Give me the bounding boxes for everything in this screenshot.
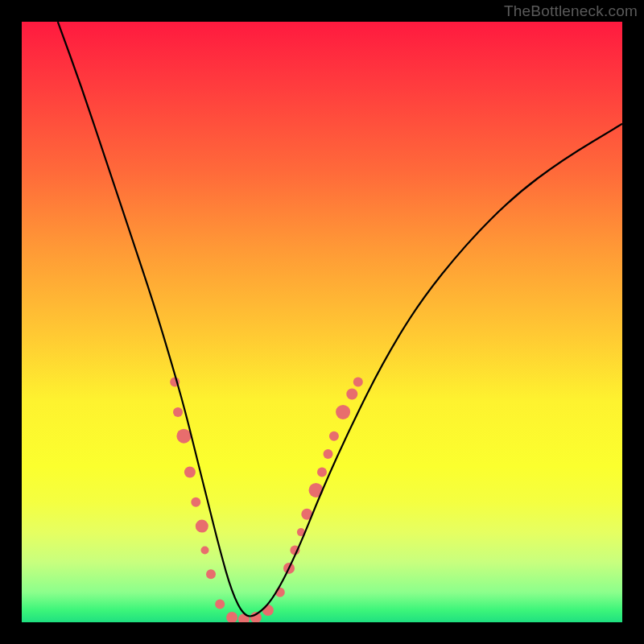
marker-point	[317, 468, 327, 477]
marker-point	[346, 389, 357, 400]
marker-point	[201, 547, 209, 555]
marker-point	[196, 520, 208, 533]
marker-point	[173, 407, 183, 417]
marker-point	[353, 378, 363, 387]
marker-point	[215, 600, 225, 609]
marker-point	[206, 569, 216, 579]
marker-point	[250, 612, 262, 622]
bottleneck-curve	[58, 22, 622, 617]
marker-layer	[170, 378, 363, 622]
marker-point	[336, 405, 350, 419]
marker-point	[184, 467, 196, 478]
plot-area	[22, 22, 622, 622]
marker-point	[176, 429, 191, 444]
marker-point	[191, 497, 200, 507]
marker-point	[324, 449, 333, 459]
marker-point	[262, 605, 274, 616]
marker-point	[329, 431, 339, 441]
watermark-label: TheBottleneck.com	[504, 2, 638, 20]
marker-point	[226, 612, 237, 622]
chart-container: TheBottleneck.com	[0, 0, 644, 644]
chart-svg	[22, 22, 622, 622]
